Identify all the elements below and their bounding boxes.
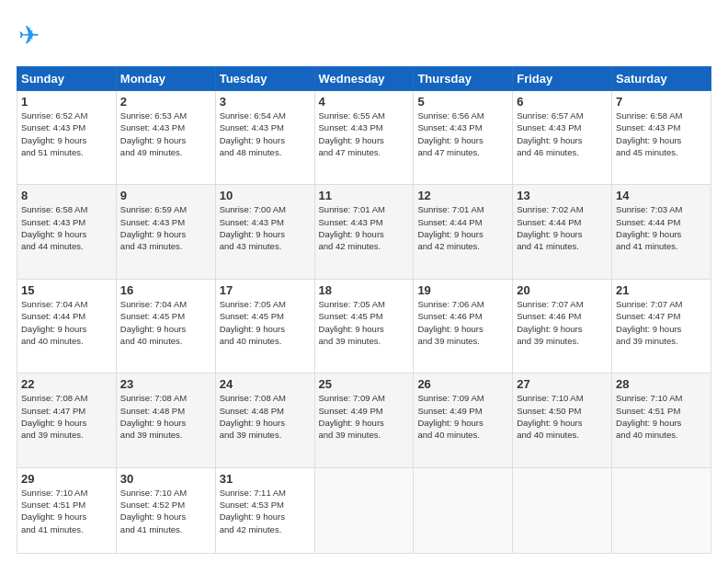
calendar-cell: 6Sunrise: 6:57 AMSunset: 4:43 PMDaylight…: [513, 91, 612, 185]
calendar-cell: 22Sunrise: 7:08 AMSunset: 4:47 PMDayligh…: [17, 373, 117, 467]
day-info: Sunrise: 7:11 AMSunset: 4:53 PMDaylight:…: [220, 487, 311, 535]
day-number: 2: [120, 95, 211, 109]
calendar-cell: 27Sunrise: 7:10 AMSunset: 4:50 PMDayligh…: [513, 373, 612, 467]
day-info: Sunrise: 7:08 AMSunset: 4:48 PMDaylight:…: [220, 392, 311, 441]
day-info: Sunrise: 7:10 AMSunset: 4:51 PMDaylight:…: [616, 392, 707, 441]
dow-header: Wednesday: [314, 67, 414, 91]
calendar-cell: 20Sunrise: 7:07 AMSunset: 4:46 PMDayligh…: [513, 279, 612, 373]
day-number: 12: [417, 189, 508, 202]
calendar-cell: 31Sunrise: 7:11 AMSunset: 4:53 PMDayligh…: [215, 467, 314, 553]
day-info: Sunrise: 6:59 AMSunset: 4:43 PMDaylight:…: [120, 203, 211, 252]
calendar-cell: 8Sunrise: 6:58 AMSunset: 4:43 PMDaylight…: [17, 185, 117, 279]
day-info: Sunrise: 7:08 AMSunset: 4:48 PMDaylight:…: [120, 392, 211, 441]
calendar-cell: 14Sunrise: 7:03 AMSunset: 4:44 PMDayligh…: [612, 185, 711, 279]
day-info: Sunrise: 6:58 AMSunset: 4:43 PMDaylight:…: [616, 109, 707, 158]
calendar-cell: 16Sunrise: 7:04 AMSunset: 4:45 PMDayligh…: [116, 279, 215, 373]
day-number: 31: [220, 472, 311, 486]
day-info: Sunrise: 7:01 AMSunset: 4:43 PMDaylight:…: [319, 203, 410, 252]
day-number: 21: [616, 283, 707, 297]
calendar-cell: 3Sunrise: 6:54 AMSunset: 4:43 PMDaylight…: [215, 91, 314, 185]
calendar-cell: 9Sunrise: 6:59 AMSunset: 4:43 PMDaylight…: [116, 185, 215, 279]
day-number: 19: [417, 283, 508, 297]
day-info: Sunrise: 6:52 AMSunset: 4:43 PMDaylight:…: [21, 109, 112, 158]
day-info: Sunrise: 6:54 AMSunset: 4:43 PMDaylight:…: [220, 109, 311, 158]
day-info: Sunrise: 7:09 AMSunset: 4:49 PMDaylight:…: [417, 392, 508, 441]
calendar-cell: [314, 467, 414, 553]
calendar-cell: 25Sunrise: 7:09 AMSunset: 4:49 PMDayligh…: [314, 373, 414, 467]
calendar-cell: [612, 467, 711, 553]
calendar-cell: [513, 467, 612, 553]
day-info: Sunrise: 6:55 AMSunset: 4:43 PMDaylight:…: [319, 109, 410, 158]
day-info: Sunrise: 6:53 AMSunset: 4:43 PMDaylight:…: [120, 109, 211, 158]
calendar-cell: 10Sunrise: 7:00 AMSunset: 4:43 PMDayligh…: [215, 185, 314, 279]
calendar-cell: 26Sunrise: 7:09 AMSunset: 4:49 PMDayligh…: [414, 373, 513, 467]
logo: ✈: [17, 17, 57, 57]
calendar-cell: 28Sunrise: 7:10 AMSunset: 4:51 PMDayligh…: [612, 373, 711, 467]
calendar-cell: 29Sunrise: 7:10 AMSunset: 4:51 PMDayligh…: [17, 467, 117, 553]
day-number: 26: [417, 377, 508, 391]
day-number: 18: [319, 283, 410, 297]
calendar-cell: 23Sunrise: 7:08 AMSunset: 4:48 PMDayligh…: [116, 373, 215, 467]
day-number: 6: [517, 95, 608, 109]
day-number: 4: [319, 95, 410, 109]
day-number: 8: [21, 189, 112, 202]
day-number: 3: [220, 95, 311, 109]
day-info: Sunrise: 7:10 AMSunset: 4:51 PMDaylight:…: [21, 487, 112, 535]
day-info: Sunrise: 6:58 AMSunset: 4:43 PMDaylight:…: [21, 203, 112, 252]
header: ✈: [17, 17, 711, 57]
day-number: 22: [21, 377, 112, 391]
calendar-cell: 2Sunrise: 6:53 AMSunset: 4:43 PMDaylight…: [116, 91, 215, 185]
calendar-cell: 13Sunrise: 7:02 AMSunset: 4:44 PMDayligh…: [513, 185, 612, 279]
day-number: 24: [220, 377, 311, 391]
calendar-cell: 15Sunrise: 7:04 AMSunset: 4:44 PMDayligh…: [17, 279, 117, 373]
day-number: 27: [517, 377, 608, 391]
dow-header: Tuesday: [215, 67, 314, 91]
calendar-cell: 11Sunrise: 7:01 AMSunset: 4:43 PMDayligh…: [314, 185, 414, 279]
calendar-cell: 24Sunrise: 7:08 AMSunset: 4:48 PMDayligh…: [215, 373, 314, 467]
dow-header: Thursday: [414, 67, 513, 91]
day-number: 25: [319, 377, 410, 391]
calendar-cell: 1Sunrise: 6:52 AMSunset: 4:43 PMDaylight…: [17, 91, 117, 185]
calendar-cell: 4Sunrise: 6:55 AMSunset: 4:43 PMDaylight…: [314, 91, 414, 185]
day-info: Sunrise: 7:09 AMSunset: 4:49 PMDaylight:…: [319, 392, 410, 441]
day-number: 7: [616, 95, 707, 109]
day-number: 29: [21, 472, 112, 486]
day-number: 14: [616, 189, 707, 202]
calendar-cell: 5Sunrise: 6:56 AMSunset: 4:43 PMDaylight…: [414, 91, 513, 185]
day-number: 16: [120, 283, 211, 297]
day-info: Sunrise: 7:05 AMSunset: 4:45 PMDaylight:…: [220, 298, 311, 347]
day-info: Sunrise: 7:10 AMSunset: 4:50 PMDaylight:…: [517, 392, 608, 441]
day-info: Sunrise: 7:02 AMSunset: 4:44 PMDaylight:…: [517, 203, 608, 252]
day-info: Sunrise: 7:08 AMSunset: 4:47 PMDaylight:…: [21, 392, 112, 441]
logo-icon: ✈: [17, 17, 53, 57]
calendar-cell: 21Sunrise: 7:07 AMSunset: 4:47 PMDayligh…: [612, 279, 711, 373]
day-info: Sunrise: 7:03 AMSunset: 4:44 PMDaylight:…: [616, 203, 707, 252]
calendar-table: SundayMondayTuesdayWednesdayThursdayFrid…: [17, 66, 711, 554]
day-info: Sunrise: 7:07 AMSunset: 4:47 PMDaylight:…: [616, 298, 707, 347]
day-number: 23: [120, 377, 211, 391]
dow-header: Friday: [513, 67, 612, 91]
day-number: 13: [517, 189, 608, 202]
day-number: 17: [220, 283, 311, 297]
day-info: Sunrise: 7:05 AMSunset: 4:45 PMDaylight:…: [319, 298, 410, 347]
calendar-cell: 19Sunrise: 7:06 AMSunset: 4:46 PMDayligh…: [414, 279, 513, 373]
day-number: 5: [417, 95, 508, 109]
day-info: Sunrise: 7:01 AMSunset: 4:44 PMDaylight:…: [417, 203, 508, 252]
day-info: Sunrise: 6:57 AMSunset: 4:43 PMDaylight:…: [517, 109, 608, 158]
page: ✈ SundayMondayTuesdayWednesdayThursdayFr…: [0, 0, 728, 563]
svg-text:✈: ✈: [18, 21, 40, 50]
calendar-cell: [414, 467, 513, 553]
day-info: Sunrise: 7:07 AMSunset: 4:46 PMDaylight:…: [517, 298, 608, 347]
day-number: 9: [120, 189, 211, 202]
calendar-cell: 7Sunrise: 6:58 AMSunset: 4:43 PMDaylight…: [612, 91, 711, 185]
day-number: 15: [21, 283, 112, 297]
day-info: Sunrise: 7:04 AMSunset: 4:44 PMDaylight:…: [21, 298, 112, 347]
dow-header: Sunday: [17, 67, 117, 91]
day-of-week-row: SundayMondayTuesdayWednesdayThursdayFrid…: [17, 67, 711, 91]
day-info: Sunrise: 7:10 AMSunset: 4:52 PMDaylight:…: [120, 487, 211, 535]
day-number: 11: [319, 189, 410, 202]
dow-header: Monday: [116, 67, 215, 91]
calendar-cell: 30Sunrise: 7:10 AMSunset: 4:52 PMDayligh…: [116, 467, 215, 553]
day-number: 28: [616, 377, 707, 391]
dow-header: Saturday: [612, 67, 711, 91]
